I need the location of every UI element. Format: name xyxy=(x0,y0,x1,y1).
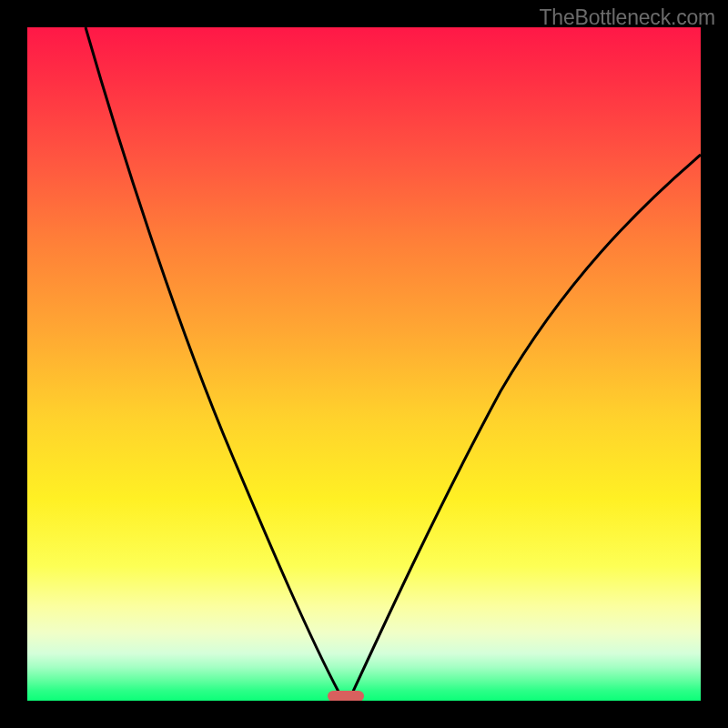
watermark-text: TheBottleneck.com xyxy=(540,5,715,30)
optimal-marker xyxy=(328,691,364,701)
bottleneck-curve xyxy=(27,27,701,701)
curve-right-branch xyxy=(352,155,701,693)
chart-frame xyxy=(27,27,701,701)
curve-left-branch xyxy=(86,27,339,693)
